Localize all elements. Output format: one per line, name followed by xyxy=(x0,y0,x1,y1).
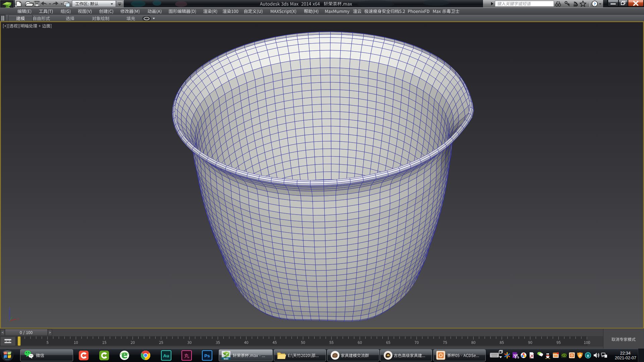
svg-text:e: e xyxy=(587,353,589,358)
svg-text:2021-02-07: 2021-02-07 xyxy=(615,356,636,360)
svg-text:Ps: Ps xyxy=(204,353,210,358)
svg-text:?: ? xyxy=(594,1,596,6)
svg-text:22:34: 22:34 xyxy=(620,351,631,356)
svg-text:MAX: MAX xyxy=(224,358,229,360)
svg-text:Au: Au xyxy=(163,353,169,358)
